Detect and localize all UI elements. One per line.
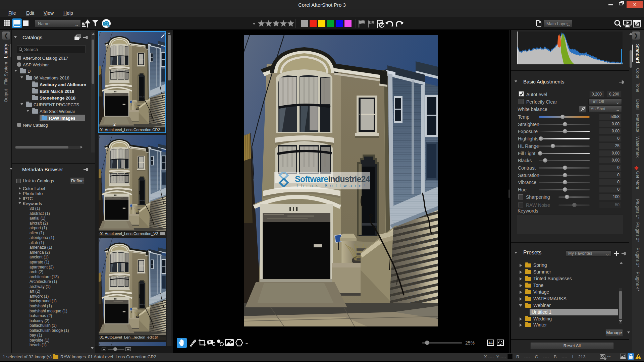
svg-text:64: 64 bbox=[107, 25, 110, 27]
